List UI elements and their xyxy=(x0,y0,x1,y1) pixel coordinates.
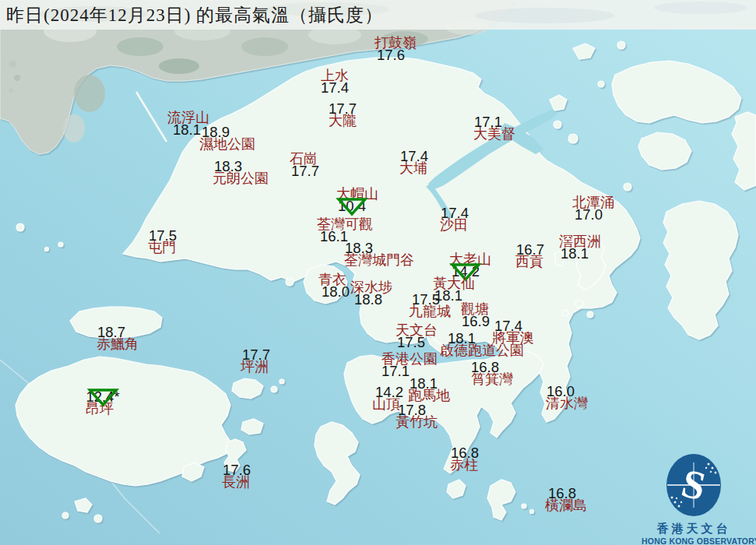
station-value: 17.6 xyxy=(223,465,251,476)
station-value: 16.7 xyxy=(516,244,544,255)
station-value: 16.8 xyxy=(451,448,479,459)
station: 17.5九龍城 xyxy=(409,294,451,318)
station-value: 17.8 xyxy=(391,405,433,416)
station: 17.8黃竹坑 xyxy=(396,405,438,429)
station-value: 18.0 xyxy=(322,287,350,297)
station: 18.3元朗公園 xyxy=(213,161,269,185)
station: 青衣18.0 xyxy=(318,273,346,297)
station-value: 16.9 xyxy=(462,316,490,327)
station: 滘西洲18.1 xyxy=(559,235,601,259)
hko-max-temperature-map: 昨日(2024年12月23日) 的最高氣溫（攝氏度） 打鼓嶺17.6上水17.4… xyxy=(0,0,756,545)
station-value: 14.2 xyxy=(375,387,403,398)
station: 16.0清水灣 xyxy=(546,386,588,410)
station-value: 16.8 xyxy=(464,362,506,373)
station-value: 18.3 xyxy=(324,243,394,254)
station-value: 18.1 xyxy=(403,378,445,389)
station-value: 16.0 xyxy=(540,386,582,397)
station: 荃灣可觀16.1 xyxy=(317,218,373,242)
station: 17.7坪洲 xyxy=(241,350,269,374)
station: 打鼓嶺17.6 xyxy=(374,37,417,61)
station-value: 17.1 xyxy=(467,117,509,128)
station-value: 18.3 xyxy=(200,161,256,172)
station: 17.7大隴 xyxy=(329,104,357,128)
station: 18.1跑馬地 xyxy=(408,378,450,403)
station-value: 18.1 xyxy=(554,248,596,259)
station: 大帽山10.4 xyxy=(336,188,378,212)
station-value: 17.4 xyxy=(321,83,349,93)
station: 16.8筲箕灣 xyxy=(471,362,513,386)
station-value: 17.0 xyxy=(568,209,610,220)
logo-name-zh: 香港天文台 xyxy=(642,522,746,536)
station-value: 18.1 xyxy=(420,333,504,344)
station-value: 12.4* xyxy=(86,392,119,403)
station: 17.6長洲 xyxy=(222,465,250,489)
station-value: 16.8 xyxy=(541,488,583,499)
station: 大老山14.2 xyxy=(449,253,491,277)
station: 18.9濕地公園 xyxy=(199,127,255,151)
station-value: 17.7 xyxy=(291,166,319,177)
station-value: 17.6 xyxy=(370,50,412,61)
station-name: 大隴 xyxy=(329,114,357,128)
station: 香港公園17.1 xyxy=(382,353,438,377)
station: 12.4*昂坪 xyxy=(83,392,116,416)
station: 16.8橫瀾島 xyxy=(545,488,587,512)
station-value: 18.9 xyxy=(188,127,244,138)
hko-logo: S 香港天文台 HONG KONG OBSERVATORY xyxy=(642,453,746,545)
logo-name-en: HONG KONG OBSERVATORY xyxy=(642,536,746,545)
station: 17.1大美督 xyxy=(473,117,515,141)
station: 17.4沙田 xyxy=(440,208,468,232)
hko-logo-symbol-icon: S xyxy=(665,453,723,517)
station-value: 17.4 xyxy=(441,208,469,219)
station: 16.8赤柱 xyxy=(450,448,478,472)
station-value: 17.7 xyxy=(242,350,270,360)
station-value: 10.4 xyxy=(331,201,373,212)
station-value: 17.4 xyxy=(400,151,428,162)
station: 觀塘16.9 xyxy=(461,303,489,327)
station: 北潭涌17.0 xyxy=(572,196,614,220)
station: 17.5屯門 xyxy=(148,230,176,255)
station-value: 17.5 xyxy=(149,230,177,241)
station-value: 17.5 xyxy=(405,294,447,305)
station: 深水埗18.8 xyxy=(350,281,392,305)
station: 18.3荃灣城門谷 xyxy=(344,243,414,267)
station: 18.7赤鱲角 xyxy=(97,327,139,351)
station: 上水17.4 xyxy=(321,69,349,93)
station: 18.1啟德跑道公園 xyxy=(440,333,524,357)
station-value: 18.7 xyxy=(90,327,132,338)
station: 17.4大埔 xyxy=(399,151,427,175)
station: 石崗17.7 xyxy=(290,153,318,177)
station-value: 18.8 xyxy=(347,294,389,305)
station: 16.7西貢 xyxy=(515,244,543,269)
station-value: 17.4 xyxy=(487,321,529,332)
